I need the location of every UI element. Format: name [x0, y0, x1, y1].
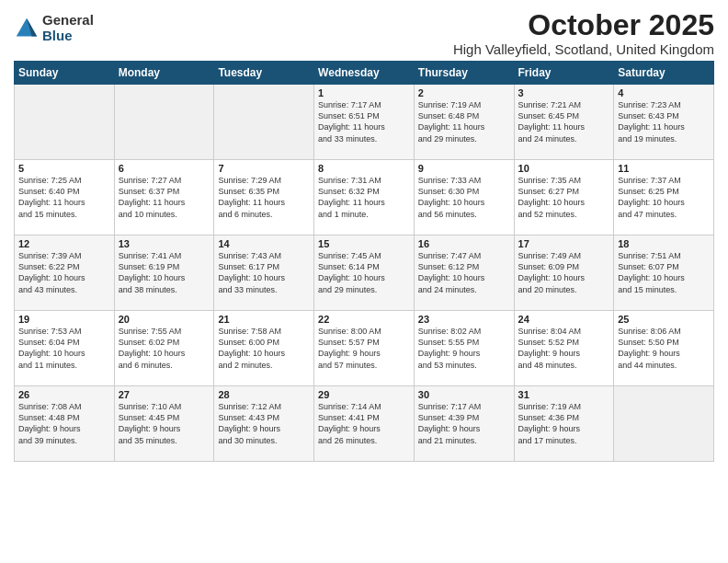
day-number: 1 — [318, 87, 410, 98]
title-block: October 2025 High Valleyfield, Scotland,… — [453, 9, 714, 57]
day-number: 15 — [318, 238, 410, 249]
day-cell: 31Sunrise: 7:19 AM Sunset: 4:36 PM Dayli… — [514, 386, 614, 462]
day-cell: 3Sunrise: 7:21 AM Sunset: 6:45 PM Daylig… — [514, 85, 614, 160]
day-cell: 7Sunrise: 7:29 AM Sunset: 6:35 PM Daylig… — [214, 160, 314, 236]
day-number: 9 — [418, 163, 510, 174]
day-cell: 27Sunrise: 7:10 AM Sunset: 4:45 PM Dayli… — [114, 386, 214, 462]
cell-content: Sunrise: 7:35 AM Sunset: 6:27 PM Dayligh… — [518, 175, 610, 220]
cell-content: Sunrise: 8:06 AM Sunset: 5:50 PM Dayligh… — [618, 326, 710, 371]
day-cell: 19Sunrise: 7:53 AM Sunset: 6:04 PM Dayli… — [15, 311, 115, 386]
cell-content: Sunrise: 7:17 AM Sunset: 4:39 PM Dayligh… — [418, 401, 510, 446]
day-number: 3 — [518, 87, 610, 98]
day-number: 21 — [218, 314, 310, 325]
day-number: 22 — [318, 314, 410, 325]
header-cell-thursday: Thursday — [414, 62, 514, 85]
header: General Blue October 2025 High Valleyfie… — [14, 9, 714, 57]
day-cell: 22Sunrise: 8:00 AM Sunset: 5:57 PM Dayli… — [314, 311, 415, 386]
cell-content: Sunrise: 7:08 AM Sunset: 4:48 PM Dayligh… — [18, 401, 110, 446]
day-cell: 20Sunrise: 7:55 AM Sunset: 6:02 PM Dayli… — [114, 311, 214, 386]
cell-content: Sunrise: 7:41 AM Sunset: 6:19 PM Dayligh… — [119, 250, 210, 295]
day-number: 12 — [18, 238, 110, 249]
header-row: SundayMondayTuesdayWednesdayThursdayFrid… — [15, 62, 714, 85]
day-cell: 17Sunrise: 7:49 AM Sunset: 6:09 PM Dayli… — [514, 236, 614, 311]
day-number: 8 — [318, 163, 410, 174]
day-cell: 8Sunrise: 7:31 AM Sunset: 6:32 PM Daylig… — [314, 160, 415, 236]
cell-content: Sunrise: 7:19 AM Sunset: 6:48 PM Dayligh… — [418, 99, 510, 144]
header-cell-friday: Friday — [514, 62, 614, 85]
calendar-body: 1Sunrise: 7:17 AM Sunset: 6:51 PM Daylig… — [15, 85, 714, 462]
day-number: 28 — [218, 389, 310, 400]
day-number: 4 — [618, 87, 710, 98]
cell-content: Sunrise: 7:43 AM Sunset: 6:17 PM Dayligh… — [218, 250, 310, 295]
day-number: 2 — [418, 87, 510, 98]
cell-content: Sunrise: 7:10 AM Sunset: 4:45 PM Dayligh… — [119, 401, 210, 446]
day-cell: 16Sunrise: 7:47 AM Sunset: 6:12 PM Dayli… — [414, 236, 514, 311]
cell-content: Sunrise: 7:29 AM Sunset: 6:35 PM Dayligh… — [218, 175, 310, 220]
logo-blue-label: Blue — [42, 29, 94, 44]
header-cell-saturday: Saturday — [614, 62, 714, 85]
day-cell: 28Sunrise: 7:12 AM Sunset: 4:43 PM Dayli… — [214, 386, 314, 462]
logo-general-label: General — [42, 13, 94, 29]
cell-content: Sunrise: 7:19 AM Sunset: 4:36 PM Dayligh… — [518, 401, 610, 446]
month-title: October 2025 — [453, 9, 714, 41]
cell-content: Sunrise: 7:12 AM Sunset: 4:43 PM Dayligh… — [218, 401, 310, 446]
day-cell: 26Sunrise: 7:08 AM Sunset: 4:48 PM Dayli… — [15, 386, 115, 462]
cell-content: Sunrise: 8:04 AM Sunset: 5:52 PM Dayligh… — [518, 326, 610, 371]
day-number: 14 — [218, 238, 310, 249]
main-container: General Blue October 2025 High Valleyfie… — [0, 0, 728, 471]
cell-content: Sunrise: 7:53 AM Sunset: 6:04 PM Dayligh… — [18, 326, 110, 371]
week-row-4: 19Sunrise: 7:53 AM Sunset: 6:04 PM Dayli… — [15, 311, 714, 386]
day-cell: 9Sunrise: 7:33 AM Sunset: 6:30 PM Daylig… — [414, 160, 514, 236]
cell-content: Sunrise: 7:33 AM Sunset: 6:30 PM Dayligh… — [418, 175, 510, 220]
header-cell-sunday: Sunday — [15, 62, 115, 85]
logo-icon — [14, 16, 40, 41]
day-number: 23 — [418, 314, 510, 325]
cell-content: Sunrise: 7:45 AM Sunset: 6:14 PM Dayligh… — [318, 250, 410, 295]
day-cell: 21Sunrise: 7:58 AM Sunset: 6:00 PM Dayli… — [214, 311, 314, 386]
day-number: 10 — [518, 163, 610, 174]
day-cell: 2Sunrise: 7:19 AM Sunset: 6:48 PM Daylig… — [414, 85, 514, 160]
day-number: 5 — [18, 163, 110, 174]
location-subtitle: High Valleyfield, Scotland, United Kingd… — [453, 41, 714, 57]
cell-content: Sunrise: 8:02 AM Sunset: 5:55 PM Dayligh… — [418, 326, 510, 371]
day-cell — [614, 386, 714, 462]
week-row-3: 12Sunrise: 7:39 AM Sunset: 6:22 PM Dayli… — [15, 236, 714, 311]
cell-content: Sunrise: 7:51 AM Sunset: 6:07 PM Dayligh… — [618, 250, 710, 295]
day-number: 7 — [218, 163, 310, 174]
day-number: 24 — [518, 314, 610, 325]
cell-content: Sunrise: 7:58 AM Sunset: 6:00 PM Dayligh… — [218, 326, 310, 371]
day-cell: 4Sunrise: 7:23 AM Sunset: 6:43 PM Daylig… — [614, 85, 714, 160]
week-row-1: 1Sunrise: 7:17 AM Sunset: 6:51 PM Daylig… — [15, 85, 714, 160]
day-number: 25 — [618, 314, 710, 325]
day-cell: 1Sunrise: 7:17 AM Sunset: 6:51 PM Daylig… — [314, 85, 415, 160]
day-cell: 11Sunrise: 7:37 AM Sunset: 6:25 PM Dayli… — [614, 160, 714, 236]
logo: General Blue — [14, 13, 94, 43]
cell-content: Sunrise: 7:23 AM Sunset: 6:43 PM Dayligh… — [618, 99, 710, 144]
day-number: 29 — [318, 389, 410, 400]
week-row-2: 5Sunrise: 7:25 AM Sunset: 6:40 PM Daylig… — [15, 160, 714, 236]
day-number: 6 — [119, 163, 210, 174]
week-row-5: 26Sunrise: 7:08 AM Sunset: 4:48 PM Dayli… — [15, 386, 714, 462]
day-number: 13 — [119, 238, 210, 249]
day-cell: 5Sunrise: 7:25 AM Sunset: 6:40 PM Daylig… — [15, 160, 115, 236]
header-cell-monday: Monday — [114, 62, 214, 85]
day-number: 26 — [18, 389, 110, 400]
day-cell: 24Sunrise: 8:04 AM Sunset: 5:52 PM Dayli… — [514, 311, 614, 386]
cell-content: Sunrise: 7:47 AM Sunset: 6:12 PM Dayligh… — [418, 250, 510, 295]
day-cell: 23Sunrise: 8:02 AM Sunset: 5:55 PM Dayli… — [414, 311, 514, 386]
day-cell: 13Sunrise: 7:41 AM Sunset: 6:19 PM Dayli… — [114, 236, 214, 311]
day-number: 16 — [418, 238, 510, 249]
calendar-header: SundayMondayTuesdayWednesdayThursdayFrid… — [15, 62, 714, 85]
cell-content: Sunrise: 7:21 AM Sunset: 6:45 PM Dayligh… — [518, 99, 610, 144]
day-number: 19 — [18, 314, 110, 325]
day-number: 27 — [119, 389, 210, 400]
day-cell: 25Sunrise: 8:06 AM Sunset: 5:50 PM Dayli… — [614, 311, 714, 386]
day-cell — [15, 85, 115, 160]
logo-text: General Blue — [42, 13, 94, 43]
cell-content: Sunrise: 7:27 AM Sunset: 6:37 PM Dayligh… — [119, 175, 210, 220]
day-cell — [214, 85, 314, 160]
day-number: 30 — [418, 389, 510, 400]
day-cell: 6Sunrise: 7:27 AM Sunset: 6:37 PM Daylig… — [114, 160, 214, 236]
cell-content: Sunrise: 7:55 AM Sunset: 6:02 PM Dayligh… — [119, 326, 210, 371]
header-cell-tuesday: Tuesday — [214, 62, 314, 85]
